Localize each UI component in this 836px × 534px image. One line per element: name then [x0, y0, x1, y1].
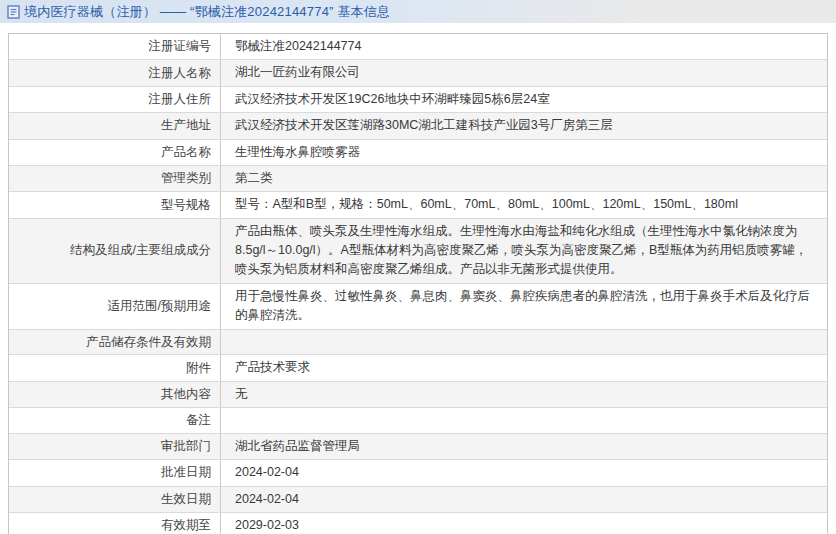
- row-label-text: 批准日期: [161, 463, 211, 482]
- row-label-text: 备注: [186, 411, 211, 430]
- row-label-text: 生产地址: [161, 116, 211, 135]
- info-table: 注册证编号鄂械注准20242144774注册人名称湖北一匠药业有限公司注册人住所…: [8, 33, 828, 534]
- row-label-text: 型号规格: [161, 196, 211, 215]
- row-label-text: 适用范围/预期用途: [108, 297, 211, 316]
- table-row: 审批部门湖北省药品监督管理局: [9, 434, 827, 460]
- table-row: 产品名称生理性海水鼻腔喷雾器: [9, 140, 827, 166]
- row-value: 武汉经济技术开发区莲湖路30MC湖北工建科技产业园3号厂房第三层: [221, 113, 827, 138]
- row-label: 适用范围/预期用途: [9, 284, 221, 329]
- table-row: 结构及组成/主要组成成分产品由瓶体、喷头泵及生理性海水组成。生理性海水由海盐和纯…: [9, 219, 827, 284]
- row-value-text: 2024-02-04: [235, 463, 299, 482]
- row-value-text: 湖北一匠药业有限公司: [235, 63, 360, 82]
- row-label: 生效日期: [9, 487, 221, 512]
- table-row: 适用范围/预期用途用于急慢性鼻炎、过敏性鼻炎、鼻息肉、鼻窦炎、鼻腔疾病患者的鼻腔…: [9, 284, 827, 330]
- row-value: 用于急慢性鼻炎、过敏性鼻炎、鼻息肉、鼻窦炎、鼻腔疾病患者的鼻腔清洗，也用于鼻炎手…: [221, 284, 827, 329]
- row-value: 型号：A型和B型，规格：50mL、60mL、70mL、80mL、100mL、12…: [221, 192, 827, 217]
- row-value-text: 鄂械注准20242144774: [235, 37, 361, 56]
- row-value-text: 无: [235, 385, 248, 404]
- row-value: 2024-02-04: [221, 487, 827, 512]
- row-value: 产品由瓶体、喷头泵及生理性海水组成。生理性海水由海盐和纯化水组成（生理性海水中氯…: [221, 219, 827, 283]
- row-value: 武汉经济技术开发区19C26地块中环湖畔臻园5栋6层24室: [221, 87, 827, 112]
- row-value: 湖北一匠药业有限公司: [221, 60, 827, 85]
- row-value: 湖北省药品监督管理局: [221, 434, 827, 459]
- row-label-text: 有效期至: [161, 516, 211, 534]
- row-label-text: 注册证编号: [149, 37, 212, 56]
- row-label-text: 管理类别: [161, 169, 211, 188]
- row-label-text: 其他内容: [161, 385, 211, 404]
- row-label: 备注: [9, 408, 221, 433]
- row-label: 有效期至: [9, 513, 221, 534]
- row-label: 注册证编号: [9, 34, 221, 59]
- row-value: [221, 408, 827, 433]
- row-label: 生产地址: [9, 113, 221, 138]
- row-value-text: 产品技术要求: [235, 358, 310, 377]
- row-label: 批准日期: [9, 460, 221, 485]
- table-row: 有效期至2029-02-03: [9, 513, 827, 534]
- row-value: 无: [221, 382, 827, 407]
- row-label: 型号规格: [9, 192, 221, 217]
- row-value-text: 第二类: [235, 169, 273, 188]
- row-label-text: 附件: [186, 359, 211, 378]
- row-label: 产品储存条件及有效期: [9, 330, 221, 355]
- row-label-text: 结构及组成/主要组成成分: [70, 241, 211, 260]
- row-value: 鄂械注准20242144774: [221, 34, 827, 59]
- row-value: [221, 330, 827, 355]
- row-value-text: 湖北省药品监督管理局: [235, 437, 360, 456]
- row-label: 注册人名称: [9, 60, 221, 85]
- table-row: 生产地址武汉经济技术开发区莲湖路30MC湖北工建科技产业园3号厂房第三层: [9, 113, 827, 139]
- row-label: 注册人住所: [9, 87, 221, 112]
- document-icon: [7, 5, 20, 19]
- table-row: 备注: [9, 408, 827, 434]
- row-value-text: 生理性海水鼻腔喷雾器: [235, 143, 360, 162]
- row-value-text: 武汉经济技术开发区莲湖路30MC湖北工建科技产业园3号厂房第三层: [235, 116, 613, 135]
- row-value-text: 型号：A型和B型，规格：50mL、60mL、70mL、80mL、100mL、12…: [235, 195, 738, 214]
- row-label-text: 注册人名称: [149, 64, 212, 83]
- table-row: 其他内容无: [9, 382, 827, 408]
- row-label: 附件: [9, 355, 221, 380]
- row-label: 产品名称: [9, 140, 221, 165]
- page-title: 境内医疗器械（注册） —— “鄂械注准20242144774” 基本信息: [24, 3, 390, 21]
- row-label-text: 产品名称: [161, 143, 211, 162]
- row-value-text: 用于急慢性鼻炎、过敏性鼻炎、鼻息肉、鼻窦炎、鼻腔疾病患者的鼻腔清洗，也用于鼻炎手…: [235, 287, 815, 326]
- row-value: 生理性海水鼻腔喷雾器: [221, 140, 827, 165]
- row-value: 2024-02-04: [221, 460, 827, 485]
- row-label-text: 生效日期: [161, 490, 211, 509]
- row-label: 审批部门: [9, 434, 221, 459]
- table-row: 管理类别第二类: [9, 166, 827, 192]
- page-header: 境内医疗器械（注册） —— “鄂械注准20242144774” 基本信息: [0, 0, 836, 23]
- table-row: 产品储存条件及有效期: [9, 330, 827, 356]
- table-row: 批准日期2024-02-04: [9, 460, 827, 486]
- table-row: 附件产品技术要求: [9, 355, 827, 381]
- table-row: 注册证编号鄂械注准20242144774: [9, 34, 827, 60]
- row-value: 2029-02-03: [221, 513, 827, 534]
- row-label: 管理类别: [9, 166, 221, 191]
- table-row: 型号规格型号：A型和B型，规格：50mL、60mL、70mL、80mL、100m…: [9, 192, 827, 218]
- row-value-text: 武汉经济技术开发区19C26地块中环湖畔臻园5栋6层24室: [235, 90, 550, 109]
- row-value: 第二类: [221, 166, 827, 191]
- row-label-text: 注册人住所: [149, 90, 212, 109]
- row-label: 其他内容: [9, 382, 221, 407]
- table-row: 注册人住所武汉经济技术开发区19C26地块中环湖畔臻园5栋6层24室: [9, 87, 827, 113]
- table-row: 生效日期2024-02-04: [9, 487, 827, 513]
- row-value-text: 2029-02-03: [235, 516, 299, 534]
- table-row: 注册人名称湖北一匠药业有限公司: [9, 60, 827, 86]
- row-value-text: 产品由瓶体、喷头泵及生理性海水组成。生理性海水由海盐和纯化水组成（生理性海水中氯…: [235, 222, 815, 280]
- row-value-text: 2024-02-04: [235, 490, 299, 509]
- row-value: 产品技术要求: [221, 355, 827, 380]
- row-label: 结构及组成/主要组成成分: [9, 219, 221, 283]
- row-label-text: 审批部门: [161, 437, 211, 456]
- row-label-text: 产品储存条件及有效期: [86, 333, 211, 352]
